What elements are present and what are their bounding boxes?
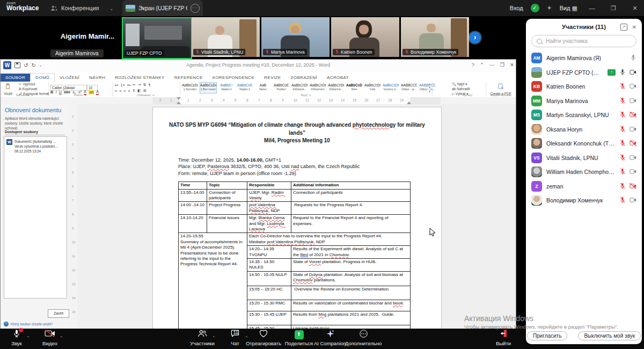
camera-icon[interactable] bbox=[630, 68, 636, 77]
paragraph-format-button[interactable]: ⇐ bbox=[133, 83, 136, 87]
style-chip[interactable]: AaBbCcDc1 Normální bbox=[181, 82, 199, 93]
help-icon[interactable]: ? bbox=[472, 62, 474, 68]
participant-row[interactable]: UJEP FZP CPTO (Организатор)↑ bbox=[526, 66, 642, 80]
muted-mic-icon[interactable] bbox=[619, 96, 626, 106]
word-close-icon[interactable]: ✕ bbox=[510, 62, 514, 68]
ribbon-tab-korespondence[interactable]: KORESPONDENCE bbox=[208, 74, 260, 82]
style-chip[interactable]: AaBbCcDtZdůraznění bbox=[309, 82, 326, 93]
muted-mic-icon[interactable] bbox=[619, 139, 626, 148]
participant-row[interactable]: Zzeman bbox=[526, 179, 642, 194]
paragraph-format-button[interactable]: 1≡ bbox=[121, 83, 125, 87]
style-chip[interactable]: AaBbC‹Nadpis 1 bbox=[218, 82, 235, 93]
video-tile[interactable]: Vitalii Stadnik, LPNU bbox=[192, 17, 260, 57]
camera-icon[interactable] bbox=[630, 96, 636, 106]
video-tile[interactable]: Володимир Хоменчук bbox=[401, 17, 469, 57]
replace-button[interactable]: ab Nahradit bbox=[452, 87, 470, 92]
tab-options-icon[interactable]: ··· bbox=[191, 4, 200, 13]
participant-row[interactable]: VSVitalii Stadnik, LPNU bbox=[526, 151, 642, 165]
style-chip[interactable]: AaBbCcEPodtitul bbox=[273, 82, 290, 93]
word-restore-icon[interactable]: ❐ bbox=[500, 62, 505, 68]
ribbon-tab-revize[interactable]: REVIZE bbox=[259, 74, 286, 82]
style-chip[interactable]: AaBbCcENadpis 2 bbox=[236, 82, 253, 93]
cut-button[interactable]: ✂ Vyjmout bbox=[19, 82, 49, 87]
tab-conference[interactable]: Конференция bbox=[46, 0, 103, 16]
word-minimize-icon[interactable]: — bbox=[489, 62, 495, 68]
ai-sparkle-icon[interactable]: ✦ bbox=[547, 4, 552, 12]
style-gallery-scroll[interactable]: ▲▼▼ bbox=[428, 82, 431, 93]
style-chip[interactable]: AaBbCcDtZdůrazně... bbox=[291, 82, 308, 93]
ribbon-tab-acrobat[interactable]: ACROBAT bbox=[322, 74, 354, 82]
style-chip[interactable]: AaBbCcDtCitát bbox=[364, 82, 381, 93]
participant-row[interactable]: Oleksandr Kononchuk (TVHNPU) bbox=[526, 136, 642, 151]
paragraph-format-button[interactable]: ≡ bbox=[123, 89, 126, 93]
video-tile[interactable]: Katrien Boonen bbox=[331, 17, 399, 57]
camera-off-icon[interactable] bbox=[630, 139, 636, 148]
style-chip[interactable]: AaBbCcDtSilné bbox=[346, 82, 363, 93]
participant-row[interactable]: Володимир Хоменчук bbox=[526, 193, 642, 208]
copy-button[interactable]: ⧉ Kopírovat bbox=[19, 87, 49, 92]
muted-mic-icon[interactable] bbox=[619, 181, 626, 191]
toolbar-video-off-button[interactable]: Видео bbox=[20, 330, 79, 346]
participant-search[interactable] bbox=[531, 35, 636, 47]
muted-mic-icon[interactable] bbox=[619, 110, 626, 120]
style-chip[interactable]: AaBbCcDc1 Bez mezer bbox=[200, 82, 217, 93]
participant-row[interactable]: MSMartyn Sozanskyi, LPNU bbox=[526, 108, 642, 122]
vertical-ruler[interactable]: 123456789101112131415 bbox=[70, 104, 78, 329]
participant-row[interactable]: KBKatrien Boonen bbox=[526, 79, 642, 94]
camera-icon[interactable] bbox=[630, 167, 636, 177]
view-button[interactable]: Вид ▦ bbox=[560, 5, 577, 12]
find-button[interactable]: 🔍 Najít ▾ bbox=[452, 82, 470, 87]
paragraph-format-button[interactable]: ⇕ bbox=[132, 89, 135, 93]
muted-mic-icon[interactable] bbox=[619, 82, 626, 91]
camera-icon[interactable] bbox=[630, 125, 636, 134]
document-page[interactable]: NATO SPS MYP G6094 “Mitigation of climat… bbox=[152, 107, 442, 329]
video-tile[interactable]: Mariya Marinova bbox=[261, 17, 330, 57]
style-chip[interactable]: AABBCCDCOdkaz – in... bbox=[419, 82, 436, 93]
recovery-help-link[interactable]: ? Který soubor chcete uložit? bbox=[4, 322, 53, 326]
ribbon-tab-vlo-en-[interactable]: VLOŽENÍ bbox=[55, 74, 84, 82]
paragraph-format-button[interactable]: ¶ bbox=[149, 83, 151, 87]
ribbon-tab-rozlo-en-str-nky[interactable]: ROZLOŽENÍ STRÁNKY bbox=[110, 74, 170, 82]
popout-icon[interactable]: ↗ bbox=[620, 24, 627, 31]
camera-icon[interactable] bbox=[630, 153, 636, 163]
camera-off-icon[interactable] bbox=[630, 181, 636, 191]
search-input[interactable] bbox=[545, 38, 627, 45]
paragraph-format-button[interactable]: ⇅ bbox=[143, 83, 147, 87]
invite-button[interactable]: Пригласить bbox=[527, 331, 568, 340]
ribbon-tab-reference[interactable]: REFERENCE bbox=[170, 74, 208, 82]
close-button[interactable]: ✕ bbox=[628, 5, 642, 12]
camera-off-icon[interactable] bbox=[630, 110, 636, 120]
paragraph-format-button[interactable]: ⇒ bbox=[138, 83, 141, 87]
paragraph-format-button[interactable]: ≡ bbox=[115, 89, 117, 93]
tab-screen-share[interactable]: Экран (UJEP FZP CPTO) ··· bbox=[122, 0, 203, 16]
toolbar-leave-button[interactable]: Выйти bbox=[474, 330, 533, 346]
ribbon-options-icon[interactable]: ⌃ bbox=[480, 62, 484, 68]
camera-icon[interactable] bbox=[630, 82, 636, 91]
style-chip[interactable]: AaBbCcDtVýrazný ci... bbox=[382, 82, 399, 93]
muted-mic-icon[interactable] bbox=[619, 125, 626, 134]
chevron-down-icon[interactable]: ⌄ bbox=[109, 6, 114, 11]
paragraph-format-button[interactable]: •≡ bbox=[115, 83, 119, 87]
login-button[interactable]: Вход bbox=[510, 5, 523, 11]
horizontal-ruler[interactable]: 2112345678910111213141516171819 bbox=[1, 97, 516, 105]
muted-mic-icon[interactable] bbox=[619, 167, 626, 177]
mic-icon[interactable] bbox=[630, 53, 636, 63]
muted-mic-icon[interactable] bbox=[619, 153, 626, 163]
style-chip[interactable]: AaBNázev bbox=[254, 82, 272, 93]
paragraph-format-button[interactable]: ◧ bbox=[137, 89, 141, 93]
minimize-button[interactable]: — bbox=[585, 5, 599, 11]
paragraph-format-button[interactable]: ≡ bbox=[119, 89, 121, 93]
recovered-file-item[interactable]: W Dokument1 [Automaticky ... Verze vytvo… bbox=[4, 137, 67, 156]
ribbon-tab-n-vrh[interactable]: NÁVRH bbox=[84, 74, 110, 82]
first-line-indent-marker[interactable] bbox=[177, 97, 181, 100]
participant-row[interactable]: William Haden Chomphosy (He/Him/... bbox=[526, 165, 642, 179]
mute-my-audio-button[interactable]: Выключить мой звук bbox=[578, 331, 641, 340]
participant-row[interactable]: Oksana Horyn bbox=[526, 122, 642, 137]
participant-row[interactable]: MMMariya Marinova bbox=[526, 94, 642, 108]
video-tile[interactable]: UJEP FZP CPTO bbox=[122, 17, 192, 59]
camera-icon[interactable] bbox=[630, 195, 636, 205]
ribbon-tab-zobrazen-[interactable]: ZOBRAZENÍ bbox=[286, 74, 322, 82]
recovery-close-button[interactable]: Zavřít bbox=[48, 309, 69, 318]
paragraph-format-button[interactable]: ⊞ bbox=[143, 89, 147, 93]
caret-up-icon[interactable]: ⌃ bbox=[60, 333, 63, 338]
